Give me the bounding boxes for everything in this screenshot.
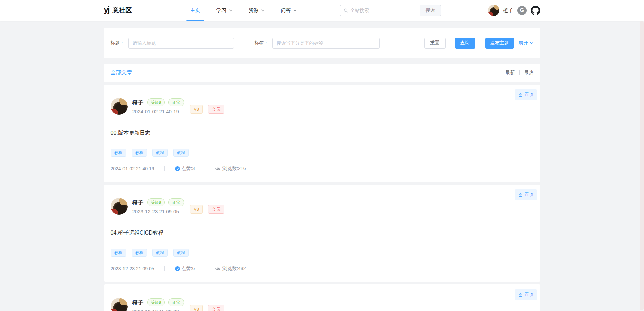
post-time: 2024-01-02 21:40:19 [132,109,184,114]
status-badge: 正常 [168,298,184,306]
footer-divider [164,266,165,271]
top-navbar: yj 意社区 主页 学习 资源 问答 搜索 [0,0,644,21]
author-avatar[interactable] [111,98,128,115]
site-name: 意社区 [113,6,132,15]
publish-topic-button[interactable]: 发布主题 [485,38,514,49]
level-badge: 等级8 [147,98,165,106]
post-card[interactable]: 置顶 橙子 等级8 正常 2023-12-23 21:09:05 V8 会员 0… [104,185,540,282]
member-badge: 会员 [208,205,224,214]
sort-hottest[interactable]: 最热 [524,70,534,76]
post-author-header: 橙子 等级8 正常 2023-12-16 15:22:38 V8 会员 [111,298,534,311]
nav-item-learn[interactable]: 学习 [208,0,241,21]
footer-divider [164,166,165,171]
nav-item-qa[interactable]: 问答 [273,0,305,21]
topic-tag[interactable]: 教程 [152,149,168,157]
expand-toggle[interactable]: 展开 [519,40,534,46]
pin-top-icon [518,293,523,297]
pin-top-icon [518,193,523,197]
pin-top-icon [518,93,523,97]
brand[interactable]: yj 意社区 [104,6,132,15]
topic-tags: 教程 教程 教程 教程 [111,149,534,157]
topic-tag[interactable]: 教程 [173,249,189,257]
author-avatar[interactable] [111,198,128,215]
chevron-down-icon [530,41,534,45]
username[interactable]: 橙子 [503,7,513,14]
title-filter-input[interactable] [128,38,234,49]
chevron-down-icon [293,8,297,12]
post-time: 2023-12-16 15:22:38 [132,309,184,311]
topic-tags: 教程 教程 教程 教程 [111,249,534,257]
footer-divider [205,266,205,271]
scrollbar[interactable] [640,21,644,310]
search-button[interactable]: 搜索 [420,5,441,16]
topic-tag[interactable]: 教程 [152,249,168,257]
vip-badge: V8 [190,305,203,311]
pin-button[interactable]: 置顶 [515,89,537,100]
tag-field-label: 标签： [255,40,269,46]
search-input[interactable] [350,8,416,13]
all-articles-link[interactable]: 全部文章 [111,69,132,76]
pin-button[interactable]: 置顶 [515,189,537,200]
filter-panel: 标题： 标签： 重置 查询 发布主题 展开 [104,28,540,58]
topic-tag[interactable]: 教程 [173,149,189,157]
level-badge: 等级8 [147,298,165,306]
author-name[interactable]: 橙子 [132,199,144,206]
author-avatar[interactable] [111,298,128,311]
gitee-icon[interactable]: G [517,6,527,15]
like-check-icon [175,266,180,271]
title-field-label: 标题： [111,40,125,46]
member-badge: 会员 [208,105,224,114]
nav-label: 主页 [190,7,200,14]
site-logo: yj [104,6,109,14]
level-badge: 等级8 [147,198,165,206]
chevron-down-icon [261,8,265,12]
eye-icon [215,266,221,272]
member-badge: 会员 [208,305,224,311]
sort-group: 最新 最热 [506,70,534,76]
post-footer: 2024-01-02 21:40:19 点赞:3 浏览数:216 [111,166,534,172]
vip-badge: V8 [190,205,203,214]
likes-stat: 点赞:3 [175,166,195,172]
eye-icon [215,166,221,172]
topic-tag[interactable]: 教程 [132,249,147,257]
main-content: 标题： 标签： 重置 查询 发布主题 展开 全部文章 最新 最热 置顶 [104,28,540,311]
query-button[interactable]: 查询 [455,38,475,49]
views-stat: 浏览数:482 [215,266,246,272]
post-author-header: 橙子 等级8 正常 2023-12-23 21:09:05 V8 会员 [111,198,534,215]
topic-tag[interactable]: 教程 [111,149,126,157]
likes-stat: 点赞:6 [175,266,195,272]
user-cluster: 橙子 G [488,5,540,16]
post-title[interactable]: 00.版本更新日志 [111,129,534,137]
nav-label: 资源 [249,7,259,14]
sort-newest[interactable]: 最新 [506,70,515,76]
nav-label: 学习 [216,7,227,14]
post-footer: 2023-12-23 21:09:05 点赞:6 浏览数:482 [111,266,534,272]
topic-tag[interactable]: 教程 [111,249,126,257]
chevron-down-icon [229,8,233,12]
author-name[interactable]: 橙子 [132,99,144,106]
post-author-header: 橙子 等级8 正常 2024-01-02 21:40:19 V8 会员 [111,98,534,115]
post-title[interactable]: 04.橙子运维CICD教程 [111,229,534,237]
like-check-icon [175,166,180,171]
nav-item-home[interactable]: 主页 [182,0,208,21]
post-card[interactable]: 置顶 橙子 等级8 正常 2024-01-02 21:40:19 V8 会员 0… [104,85,540,182]
nav-item-resources[interactable]: 资源 [241,0,273,21]
list-header: 全部文章 最新 最热 [104,64,540,82]
main-nav: 主页 学习 资源 问答 [182,0,305,21]
github-icon[interactable] [531,6,540,15]
nav-label: 问答 [281,7,291,14]
footer-date: 2023-12-23 21:09:05 [111,266,154,271]
footer-divider [205,166,205,171]
pin-button[interactable]: 置顶 [515,289,537,300]
global-search: 搜索 [340,5,441,16]
author-name[interactable]: 橙子 [132,299,144,306]
post-time: 2023-12-23 21:09:05 [132,209,184,214]
user-avatar[interactable] [488,5,499,16]
search-icon [344,8,348,13]
tag-filter-input[interactable] [272,38,380,49]
reset-button[interactable]: 重置 [424,38,446,49]
post-card[interactable]: 置顶 橙子 等级8 正常 2023-12-16 15:22:38 V8 会员 [104,284,540,311]
sort-divider [519,70,520,75]
views-stat: 浏览数:216 [215,166,246,172]
topic-tag[interactable]: 教程 [132,149,147,157]
